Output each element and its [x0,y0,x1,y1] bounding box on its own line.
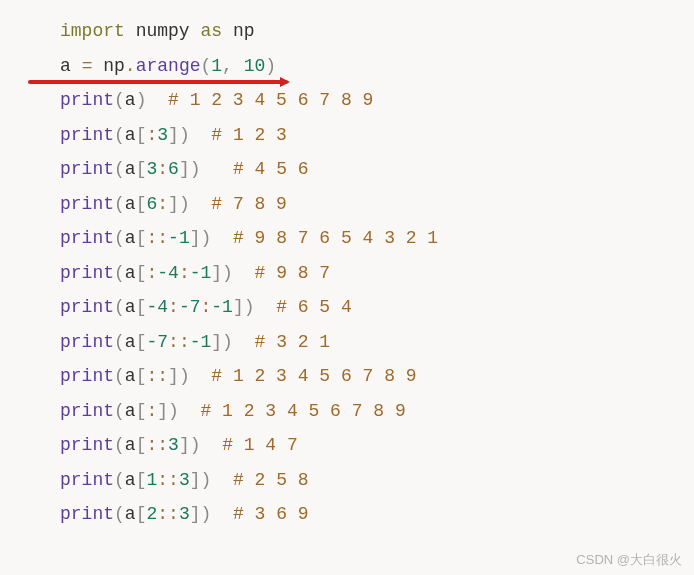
func-print: print [60,228,114,248]
red-underline-annotation [28,80,288,84]
func-print: print [60,366,114,386]
func-print: print [60,297,114,317]
keyword-import: import [60,21,125,41]
code-line-8: print(a[-4:-7:-1]) # 6 5 4 [60,290,694,325]
comment: # 9 8 7 [255,263,331,283]
number: 10 [244,56,266,76]
method-arange: arange [136,56,201,76]
code-line-9: print(a[-7::-1]) # 3 2 1 [60,325,694,360]
keyword-as: as [200,21,222,41]
paren-close: ) [265,56,276,76]
func-print: print [60,125,114,145]
func-print: print [60,332,114,352]
code-line-11: print(a[:]) # 1 2 3 4 5 6 7 8 9 [60,394,694,429]
func-print: print [60,435,114,455]
comment: # 9 8 7 6 5 4 3 2 1 [233,228,438,248]
comma: , [222,56,233,76]
func-print: print [60,401,114,421]
code-line-1: a = np.arange(1, 10) [60,49,694,84]
alias: np [233,21,255,41]
comment: # 1 2 3 4 5 6 7 8 9 [201,401,406,421]
code-line-6: print(a[::-1]) # 9 8 7 6 5 4 3 2 1 [60,221,694,256]
comment: # 2 5 8 [233,470,309,490]
comment: # 6 5 4 [276,297,352,317]
code-line-14: print(a[2::3]) # 3 6 9 [60,497,694,532]
code-line-4: print(a[3:6]) # 4 5 6 [60,152,694,187]
func-print: print [60,90,114,110]
func-print: print [60,470,114,490]
comment: # 3 2 1 [255,332,331,352]
func-print: print [60,263,114,283]
dot: . [125,56,136,76]
comment: # 1 2 3 4 5 6 7 8 9 [168,90,373,110]
code-line-13: print(a[1::3]) # 2 5 8 [60,463,694,498]
code-line-2: print(a) # 1 2 3 4 5 6 7 8 9 [60,83,694,118]
comment: # 1 2 3 4 5 6 7 8 9 [211,366,416,386]
func-print: print [60,159,114,179]
watermark-text: CSDN @大白很火 [576,551,682,569]
paren-open: ( [200,56,211,76]
code-line-0: import numpy as np [60,14,694,49]
variable: a [60,56,71,76]
module-name: numpy [136,21,190,41]
object: np [103,56,125,76]
operator-assign: = [82,56,93,76]
code-line-12: print(a[::3]) # 1 4 7 [60,428,694,463]
number: 1 [211,56,222,76]
func-print: print [60,194,114,214]
comment: # 4 5 6 [233,159,309,179]
func-print: print [60,504,114,524]
code-line-5: print(a[6:]) # 7 8 9 [60,187,694,222]
code-line-7: print(a[:-4:-1]) # 9 8 7 [60,256,694,291]
comment: # 1 2 3 [211,125,287,145]
code-line-3: print(a[:3]) # 1 2 3 [60,118,694,153]
code-line-10: print(a[::]) # 1 2 3 4 5 6 7 8 9 [60,359,694,394]
comment: # 1 4 7 [222,435,298,455]
comment: # 3 6 9 [233,504,309,524]
comment: # 7 8 9 [211,194,287,214]
